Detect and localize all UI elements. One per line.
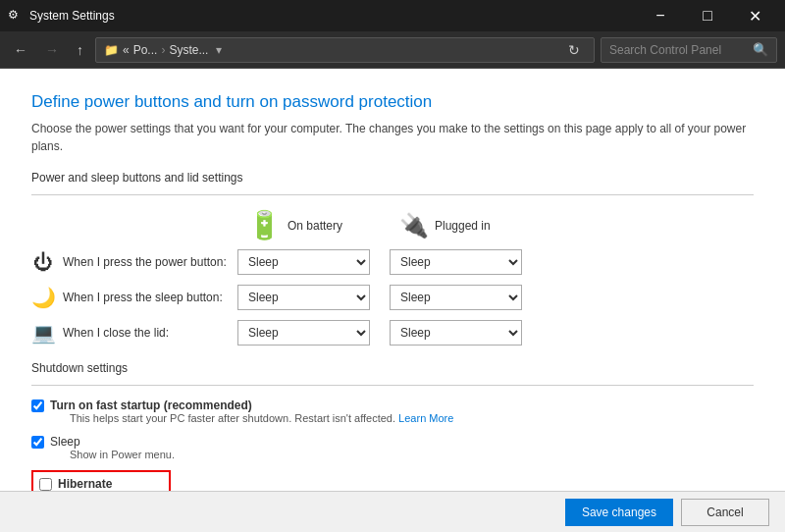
close-lid-battery-select[interactable]: Sleep Do nothing Hibernate Shut down Tur… <box>237 320 370 346</box>
hibernate-text: Hibernate <box>58 477 112 491</box>
power-button-label: ⏻ When I press the power button: <box>31 251 237 274</box>
search-icon[interactable]: 🔍 <box>753 42 768 57</box>
main-content: Define power buttons and turn on passwor… <box>0 69 785 532</box>
power-button-row: ⏻ When I press the power button: Sleep D… <box>31 249 754 275</box>
plug-icon: 🔌 <box>399 212 429 239</box>
sleep-button-battery-select[interactable]: Sleep Do nothing Hibernate Shut down Tur… <box>237 285 370 310</box>
close-lid-plugged-select[interactable]: Sleep Do nothing Hibernate Shut down Tur… <box>390 320 522 346</box>
up-button[interactable]: ↑ <box>71 38 89 62</box>
breadcrumb-po: Po... <box>133 43 158 57</box>
save-button[interactable]: Save changes <box>565 499 673 526</box>
close-lid-icon: 💻 <box>31 321 55 345</box>
power-button-text: When I press the power button: <box>63 255 227 269</box>
sleep-sublabel: Show in Power menu. <box>70 449 175 460</box>
close-lid-text: When I close the lid: <box>63 326 169 340</box>
on-battery-label: On battery <box>288 219 342 233</box>
hibernate-label[interactable]: Hibernate <box>58 477 112 491</box>
breadcrumb-arrow: › <box>161 43 165 57</box>
address-bar: ← → ↑ 📁 « Po... › Syste... ▾ ↻ Search Co… <box>0 31 785 69</box>
refresh-button[interactable]: ↻ <box>562 38 586 62</box>
power-button-selects: Sleep Do nothing Hibernate Shut down Tur… <box>237 249 522 275</box>
power-button-battery-select[interactable]: Sleep Do nothing Hibernate Shut down Tur… <box>237 249 370 275</box>
plugged-in-label: Plugged in <box>435 219 491 233</box>
section-divider <box>31 194 754 195</box>
window-title: System Settings <box>29 9 638 23</box>
app-icon: ⚙ <box>8 8 24 24</box>
back-button[interactable]: ← <box>8 38 33 62</box>
maximize-button[interactable]: □ <box>685 0 730 31</box>
sleep-button-plugged-select[interactable]: Sleep Do nothing Hibernate Shut down Tur… <box>390 285 522 310</box>
sleep-label[interactable]: Sleep <box>50 435 80 449</box>
window-controls: − □ ✕ <box>638 0 777 31</box>
hibernate-checkbox[interactable] <box>39 478 52 491</box>
close-lid-row: 💻 When I close the lid: Sleep Do nothing… <box>31 320 754 346</box>
sleep-row: Sleep Show in Power menu. <box>31 434 754 464</box>
sleep-button-selects: Sleep Do nothing Hibernate Shut down Tur… <box>237 285 522 310</box>
breadcrumb-part1: « <box>123 43 130 57</box>
bottom-bar: Save changes Cancel <box>0 491 785 532</box>
breadcrumb-dropdown-icon[interactable]: ▾ <box>216 43 222 57</box>
on-battery-header: 🔋 On battery <box>247 209 380 241</box>
title-bar: ⚙ System Settings − □ ✕ <box>0 0 785 31</box>
forward-button[interactable]: → <box>39 38 65 62</box>
plugged-in-header: 🔌 Plugged in <box>399 212 532 239</box>
fast-startup-label-group: Turn on fast startup (recommended) This … <box>50 398 453 428</box>
fast-startup-checkbox[interactable] <box>31 399 44 412</box>
page-description: Choose the power settings that you want … <box>31 120 754 155</box>
power-button-icon: ⏻ <box>31 251 55 274</box>
breadcrumb[interactable]: 📁 « Po... › Syste... ▾ ↻ <box>95 37 595 63</box>
section-label: Power and sleep buttons and lid settings <box>31 171 754 185</box>
battery-icon: 🔋 <box>247 209 282 241</box>
power-button-plugged-select[interactable]: Sleep Do nothing Hibernate Shut down Tur… <box>390 249 522 275</box>
close-lid-label: 💻 When I close the lid: <box>31 321 237 345</box>
search-box[interactable]: Search Control Panel 🔍 <box>601 37 777 63</box>
page-title: Define power buttons and turn on passwor… <box>31 92 754 112</box>
sleep-checkbox[interactable] <box>31 436 44 449</box>
fast-startup-sublabel: This helps start your PC faster after sh… <box>70 412 453 424</box>
sleep-button-label: 🌙 When I press the sleep button: <box>31 286 237 309</box>
breadcrumb-syste: Syste... <box>169 43 208 57</box>
minimize-button[interactable]: − <box>638 0 683 31</box>
shutdown-title: Shutdown settings <box>31 361 754 375</box>
fast-startup-text: Turn on fast startup (recommended) <box>50 399 252 412</box>
search-placeholder: Search Control Panel <box>609 43 753 57</box>
column-headers: 🔋 On battery 🔌 Plugged in <box>31 209 754 241</box>
fast-startup-label[interactable]: Turn on fast startup (recommended) <box>50 399 252 412</box>
fast-startup-row: Turn on fast startup (recommended) This … <box>31 398 754 428</box>
learn-more-link[interactable]: Learn More <box>398 412 453 424</box>
shutdown-divider <box>31 385 754 386</box>
sleep-button-row: 🌙 When I press the sleep button: Sleep D… <box>31 285 754 310</box>
close-lid-selects: Sleep Do nothing Hibernate Shut down Tur… <box>237 320 522 346</box>
cancel-button[interactable]: Cancel <box>681 499 769 526</box>
sleep-button-icon: 🌙 <box>31 286 55 309</box>
sleep-label-group: Sleep Show in Power menu. <box>50 434 175 464</box>
breadcrumb-icon: 📁 <box>104 43 119 57</box>
sleep-button-text: When I press the sleep button: <box>63 291 223 304</box>
close-button[interactable]: ✕ <box>732 0 777 31</box>
